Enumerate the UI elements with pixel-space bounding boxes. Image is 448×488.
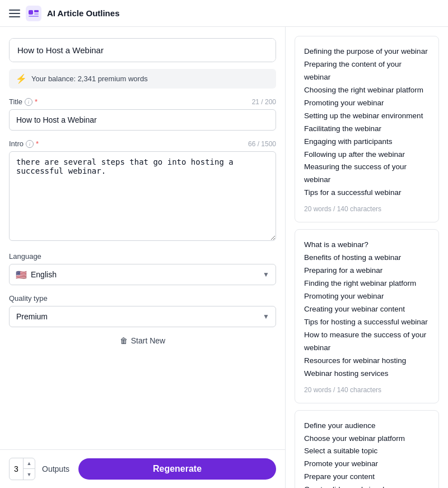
- list-item: Create slides and visuals: [304, 484, 430, 488]
- list-item: Preparing the content of your webinar: [304, 58, 430, 84]
- title-field-header: Title i * 21 / 200: [9, 97, 276, 106]
- page-title: AI Article Outlines: [47, 8, 119, 18]
- outline-card-2: What is a webinar? Benefits of hosting a…: [295, 229, 439, 403]
- list-item: Creating your webinar content: [304, 303, 430, 316]
- list-item: How to measure the success of your webin…: [304, 329, 430, 355]
- outline-items-3: Define your audience Choose your webinar…: [304, 420, 430, 488]
- svg-rect-3: [34, 13, 39, 15]
- menu-icon[interactable]: [9, 10, 20, 17]
- stepper-up-button[interactable]: ▲: [24, 458, 35, 469]
- list-item: Promoting your webinar: [304, 290, 430, 303]
- svg-rect-2: [34, 10, 39, 12]
- list-item: Facilitating the webinar: [304, 123, 430, 136]
- title-info-icon[interactable]: i: [25, 98, 32, 106]
- list-item: Defining the purpose of your webinar: [304, 45, 430, 58]
- list-item: Choosing the right webinar platform: [304, 84, 430, 97]
- right-panel: Defining the purpose of your webinar Pre…: [286, 27, 448, 488]
- title-field-group: Title i * 21 / 200: [9, 97, 276, 131]
- list-item: Tips for hosting a successful webinar: [304, 316, 430, 329]
- list-item: Finding the right webinar platform: [304, 277, 430, 290]
- main-search-input[interactable]: [10, 39, 276, 62]
- trash-icon: 🗑: [120, 336, 128, 345]
- list-item: Promote your webinar: [304, 458, 430, 471]
- form-section: Title i * 21 / 200 Intro i * 66 / 1500: [0, 97, 285, 449]
- language-group: Language 🇺🇸 English Spanish French Germa…: [9, 252, 276, 285]
- outputs-stepper: 3 ▲ ▼: [9, 458, 35, 480]
- balance-bar: ⚡ Your balance: 2,341 premium words: [9, 69, 276, 89]
- outputs-label: Outputs: [42, 464, 69, 473]
- header: AI Article Outlines: [0, 0, 448, 27]
- outline-card-3: Define your audience Choose your webinar…: [295, 410, 439, 488]
- list-item: Setting up the webinar environment: [304, 110, 430, 123]
- stepper-value: 3: [10, 464, 23, 473]
- title-input[interactable]: [9, 109, 276, 131]
- left-panel: ⚡ Your balance: 2,341 premium words Titl…: [0, 27, 286, 488]
- intro-textarea[interactable]: there are several steps that go into hos…: [9, 151, 276, 241]
- outline-items-2: What is a webinar? Benefits of hosting a…: [304, 239, 430, 380]
- outline-meta-1: 20 words / 140 characters: [304, 205, 430, 213]
- list-item: Resources for webinar hosting: [304, 355, 430, 368]
- logo-icon: [26, 6, 41, 21]
- bottom-bar: 3 ▲ ▼ Outputs Regenerate: [0, 449, 285, 488]
- search-container: [9, 38, 276, 62]
- outline-items-1: Defining the purpose of your webinar Pre…: [304, 45, 430, 199]
- list-item: Promoting your webinar: [304, 97, 430, 110]
- list-item: Tips for a successful webinar: [304, 187, 430, 199]
- quality-group: Quality type Premium Standard ▼: [9, 294, 276, 327]
- outline-card-1: Defining the purpose of your webinar Pre…: [295, 36, 439, 222]
- intro-required: *: [36, 140, 39, 148]
- title-count: 21 / 200: [252, 98, 276, 106]
- list-item: What is a webinar?: [304, 239, 430, 252]
- balance-text: Your balance: 2,341 premium words: [31, 75, 148, 83]
- intro-field-group: Intro i * 66 / 1500 there are several st…: [9, 140, 276, 243]
- list-item: Define your audience: [304, 420, 430, 433]
- intro-count: 66 / 1500: [248, 140, 276, 148]
- quality-label: Quality type: [9, 294, 276, 303]
- list-item: Webinar hosting services: [304, 368, 430, 380]
- language-dropdown-wrapper: 🇺🇸 English Spanish French German Italian…: [9, 264, 276, 285]
- quality-dropdown-wrapper: Premium Standard ▼: [9, 306, 276, 327]
- list-item: Following up after the webinar: [304, 148, 430, 161]
- stepper-arrows: ▲ ▼: [23, 458, 35, 480]
- list-item: Engaging with participants: [304, 136, 430, 148]
- start-new-button[interactable]: 🗑 Start New: [120, 336, 165, 345]
- outline-meta-2: 20 words / 140 characters: [304, 386, 430, 394]
- list-item: Measuring the success of your webinar: [304, 161, 430, 187]
- main-layout: ⚡ Your balance: 2,341 premium words Titl…: [0, 27, 448, 488]
- list-item: Prepare your content: [304, 471, 430, 484]
- lightning-icon: ⚡: [16, 73, 27, 84]
- intro-field-header: Intro i * 66 / 1500: [9, 140, 276, 148]
- intro-label: Intro i *: [9, 140, 39, 148]
- list-item: Select a suitable topic: [304, 445, 430, 458]
- language-label: Language: [9, 252, 276, 261]
- title-required: *: [35, 97, 38, 106]
- title-label: Title i *: [9, 97, 38, 106]
- regenerate-button[interactable]: Regenerate: [78, 458, 276, 480]
- svg-rect-0: [26, 6, 41, 21]
- intro-info-icon[interactable]: i: [26, 140, 34, 148]
- search-area: [0, 27, 285, 69]
- list-item: Choose your webinar platform: [304, 433, 430, 445]
- svg-rect-4: [29, 16, 39, 17]
- quality-select[interactable]: Premium Standard: [9, 306, 276, 327]
- list-item: Preparing for a webinar: [304, 264, 430, 277]
- svg-rect-1: [29, 10, 33, 15]
- list-item: Benefits of hosting a webinar: [304, 252, 430, 264]
- start-new-label: Start New: [131, 336, 165, 345]
- language-select[interactable]: English Spanish French German Italian: [9, 264, 276, 285]
- stepper-down-button[interactable]: ▼: [24, 469, 35, 480]
